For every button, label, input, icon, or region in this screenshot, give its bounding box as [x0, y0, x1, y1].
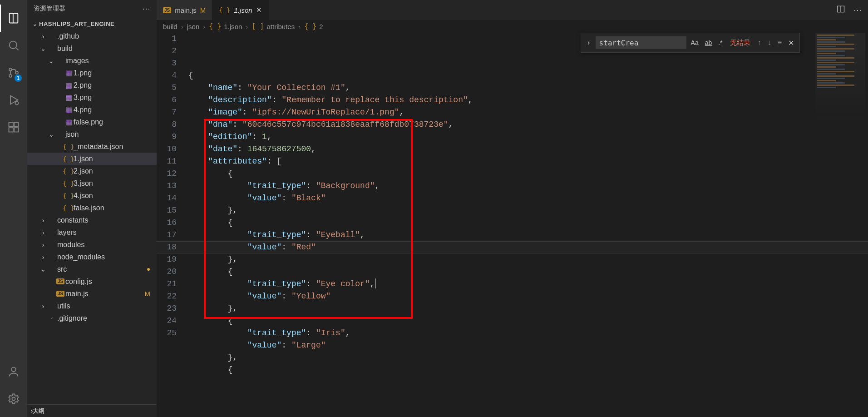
svg-rect-6: [9, 128, 13, 132]
tree-file[interactable]: ▦4.png: [27, 104, 157, 116]
find-selection-icon[interactable]: ≡: [776, 39, 784, 47]
activity-extensions-icon[interactable]: [0, 114, 27, 141]
activity-account-icon[interactable]: [0, 358, 27, 385]
tree-folder[interactable]: ⌄images: [27, 55, 157, 67]
explorer-title: 资源管理器: [34, 5, 65, 13]
svg-point-10: [12, 397, 15, 401]
tree-file[interactable]: ▦3.png: [27, 91, 157, 104]
tree-folder[interactable]: ›constants: [27, 214, 157, 226]
modified-indicator: M: [200, 6, 206, 14]
find-prev-icon[interactable]: ↑: [756, 39, 763, 47]
find-result-text: 无结果: [727, 39, 753, 47]
tree-file[interactable]: ▦1.png: [27, 67, 157, 79]
tree-file[interactable]: { }_metadata.json: [27, 140, 157, 153]
find-expand-icon[interactable]: ›: [585, 39, 593, 47]
tree-file[interactable]: { }false.json: [27, 202, 157, 214]
outline-section[interactable]: ›大纲: [27, 404, 157, 417]
source-control-badge: 1: [15, 74, 22, 82]
json-icon: { }: [64, 155, 74, 163]
tree-file[interactable]: { }1.json: [27, 153, 157, 165]
explorer-sidebar: 资源管理器 ⋯ ⌄HASHLIPS_ART_ENGINE ›.github⌄bu…: [27, 0, 157, 417]
activity-explorer-icon[interactable]: [0, 5, 27, 32]
tree-file[interactable]: ◦.gitignore: [27, 312, 157, 324]
svg-point-3: [15, 71, 18, 74]
tree-folder[interactable]: ›node_modules: [27, 251, 157, 263]
svg-point-4: [15, 102, 19, 105]
svg-point-9: [11, 367, 15, 372]
json-icon: { }: [64, 204, 74, 212]
activity-search-icon[interactable]: [0, 32, 27, 59]
file-icon: ◦: [47, 314, 57, 323]
activity-source-control-icon[interactable]: 1: [0, 59, 27, 86]
tree-folder[interactable]: ›utils: [27, 300, 157, 312]
activity-bar: 1: [0, 0, 27, 417]
tab-1-json[interactable]: { } 1.json ✕: [212, 0, 268, 20]
json-icon: { }: [64, 143, 74, 150]
svg-rect-7: [14, 128, 18, 132]
explorer-header: 资源管理器 ⋯: [27, 0, 157, 17]
tree-folder[interactable]: ⌄build: [27, 42, 157, 55]
tree-folder[interactable]: ›modules: [27, 238, 157, 251]
find-whole-word[interactable]: ab: [703, 38, 714, 47]
tree-root[interactable]: ⌄HASHLIPS_ART_ENGINE: [27, 17, 157, 30]
editor-more-icon[interactable]: ⋯: [853, 5, 862, 15]
image-icon: ▦: [64, 118, 74, 126]
tree-folder[interactable]: ›.github: [27, 30, 157, 42]
find-match-case[interactable]: Aa: [689, 38, 700, 47]
image-icon: ▦: [64, 69, 74, 77]
file-tree[interactable]: ⌄HASHLIPS_ART_ENGINE ›.github⌄build⌄imag…: [27, 17, 157, 404]
svg-rect-5: [9, 123, 13, 127]
json-icon: { }: [64, 168, 74, 175]
find-close-icon[interactable]: ✕: [786, 39, 796, 47]
svg-point-2: [9, 74, 12, 77]
svg-point-1: [9, 68, 12, 71]
svg-rect-8: [14, 123, 18, 127]
find-regex[interactable]: .*: [716, 38, 724, 47]
editor-group: JS main.js M { } 1.json ✕ ⋯ build› json›…: [157, 0, 868, 417]
json-file-icon: { }: [219, 6, 230, 14]
js-icon: JS: [55, 291, 65, 297]
find-next-icon[interactable]: ↓: [766, 39, 773, 47]
activity-settings-icon[interactable]: [0, 385, 27, 412]
find-widget: › Aa ab .* 无结果 ↑ ↓ ≡ ✕: [581, 33, 800, 53]
svg-point-0: [10, 41, 17, 49]
activity-run-debug-icon[interactable]: [0, 86, 27, 114]
tree-file[interactable]: { }4.json: [27, 189, 157, 202]
find-input[interactable]: [596, 36, 686, 49]
code-editor[interactable]: 1234567891011121314151617181920212223242…: [157, 33, 868, 417]
tree-folder[interactable]: ⌄src•: [27, 263, 157, 275]
tree-file[interactable]: { }2.json: [27, 165, 157, 177]
close-icon[interactable]: ✕: [256, 6, 262, 14]
image-icon: ▦: [64, 81, 74, 89]
image-icon: ▦: [64, 93, 74, 102]
tab-main-js[interactable]: JS main.js M: [157, 0, 212, 20]
breadcrumbs[interactable]: build› json› { }1.json› [ ]attributes› {…: [157, 20, 868, 33]
js-icon: JS: [55, 278, 65, 284]
tree-file[interactable]: ▦false.png: [27, 116, 157, 128]
minimap[interactable]: [815, 33, 865, 124]
line-number-gutter: 1234567891011121314151617181920212223242…: [157, 33, 188, 417]
tabs-bar: JS main.js M { } 1.json ✕ ⋯: [157, 0, 868, 20]
json-icon: { }: [64, 180, 74, 187]
tree-file[interactable]: ▦2.png: [27, 79, 157, 91]
js-file-icon: JS: [163, 7, 171, 13]
tree-folder[interactable]: ⌄json: [27, 128, 157, 140]
tree-file[interactable]: JSconfig.js: [27, 275, 157, 288]
tree-folder[interactable]: ›layers: [27, 226, 157, 238]
explorer-more-icon[interactable]: ⋯: [142, 4, 150, 14]
image-icon: ▦: [64, 105, 74, 114]
tree-file[interactable]: JSmain.jsM: [27, 288, 157, 300]
code-content[interactable]: { "name": "Your Collection #1", "descrip…: [188, 33, 868, 417]
split-editor-icon[interactable]: [836, 5, 845, 15]
json-icon: { }: [64, 192, 74, 199]
tree-file[interactable]: { }3.json: [27, 177, 157, 189]
